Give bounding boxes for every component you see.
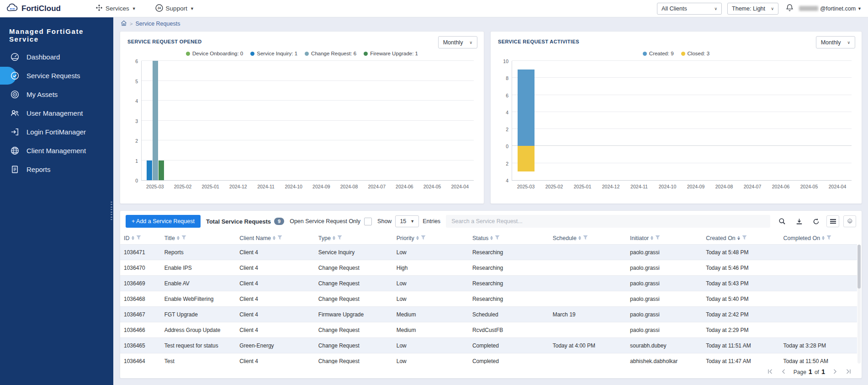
column-header-initiator[interactable]: Initiator: [626, 232, 702, 244]
last-page-icon[interactable]: [846, 369, 852, 374]
chart-title: SERVICE REQUEST ACTIVITIES: [498, 37, 854, 44]
sort-icon[interactable]: [273, 236, 275, 240]
filter-funnel-icon[interactable]: [337, 235, 342, 241]
table-row[interactable]: 1036471ReportsClient 4Service InquiryLow…: [120, 245, 857, 260]
column-header-schedule[interactable]: Schedule: [549, 232, 626, 244]
filter-funnel-icon[interactable]: [495, 235, 500, 241]
chevron-down-icon: ▼: [857, 6, 862, 11]
column-header-status[interactable]: Status: [469, 232, 549, 244]
legend-item[interactable]: Created: 9: [643, 51, 674, 56]
table-row[interactable]: 1036470Enable IPSClient 4Change RequestH…: [120, 260, 857, 276]
home-icon[interactable]: [121, 20, 127, 27]
column-header-created-on[interactable]: Created On: [702, 232, 779, 244]
notifications-bell-icon[interactable]: [786, 4, 794, 14]
table-row[interactable]: 1036466Address Group UpdateClient 4Chang…: [120, 322, 857, 338]
sidebar-item-user-management[interactable]: User Management: [0, 104, 113, 123]
theme-select[interactable]: Theme: Light∨: [727, 3, 778, 15]
legend-item[interactable]: Device Onboarding: 0: [186, 51, 243, 56]
table-toolbar: + Add a Service Request Total Service Re…: [120, 211, 862, 232]
service-request-opened-card: SERVICE REQUEST OPENED Monthly∨ Device O…: [120, 31, 484, 204]
page-size-control: Show 15▼ Entries: [377, 215, 440, 227]
service-request-opened-chart: 0123456 2025-032025-022025-012024-122024…: [127, 61, 476, 189]
download-icon[interactable]: [793, 215, 805, 227]
filter-funnel-icon[interactable]: [136, 235, 141, 241]
filter-funnel-icon[interactable]: [742, 235, 747, 241]
support-menu[interactable]: 24 Support ▼: [155, 4, 194, 13]
filter-funnel-icon[interactable]: [421, 235, 426, 241]
sort-icon[interactable]: [578, 236, 581, 240]
period-select[interactable]: Monthly∨: [816, 36, 855, 48]
sort-icon[interactable]: [737, 236, 740, 240]
page-size-select[interactable]: 15▼: [395, 215, 419, 227]
legend-item[interactable]: Service Inquiry: 1: [250, 51, 297, 56]
period-select[interactable]: Monthly∨: [438, 36, 477, 48]
column-header-client-name[interactable]: Client Name: [236, 232, 315, 244]
open-only-checkbox[interactable]: [364, 218, 372, 225]
sidebar: Managed FortiGate Service DashboardServi…: [0, 17, 113, 385]
legend-item[interactable]: Fireware Upgrade: 1: [364, 51, 418, 56]
page-indicator: Page1of1: [794, 368, 825, 375]
column-header-completed-on[interactable]: Completed On: [780, 232, 857, 244]
column-header-priority[interactable]: Priority: [393, 232, 469, 244]
previous-page-icon[interactable]: [781, 369, 785, 374]
globe-icon: [10, 146, 19, 155]
next-page-icon[interactable]: [833, 369, 837, 374]
forticloud-logo[interactable]: FortiCloud: [6, 3, 61, 14]
sidebar-item-service-requests[interactable]: Service Requests: [0, 66, 113, 85]
table-row[interactable]: 1036467FGT UpgradeClient 4Firmware Upgra…: [120, 307, 857, 322]
refresh-icon[interactable]: [810, 215, 822, 227]
search-icon[interactable]: [776, 215, 789, 227]
chevron-down-icon: ∨: [469, 40, 472, 45]
table-row[interactable]: 1036469Enable AVClient 4Change RequestLo…: [120, 276, 857, 291]
sidebar-item-client-management[interactable]: Client Management: [0, 141, 113, 160]
sort-icon[interactable]: [490, 236, 493, 240]
services-menu[interactable]: Services ▼: [95, 4, 136, 13]
table-row[interactable]: 1036468Enable WebFilteringClient 4Change…: [120, 291, 857, 307]
first-page-icon[interactable]: [767, 369, 773, 374]
table-row[interactable]: 1036465Test request for statusGreen-Ener…: [120, 338, 857, 353]
user-email-domain: @fortinet.com: [820, 5, 856, 12]
breadcrumb: > Service Requests: [113, 17, 868, 30]
sort-icon[interactable]: [132, 236, 134, 240]
sidebar-resize-handle[interactable]: [110, 200, 113, 221]
column-header-type[interactable]: Type: [315, 232, 393, 244]
filter-funnel-icon[interactable]: [277, 235, 282, 241]
table-scrollbar[interactable]: [857, 245, 861, 364]
sort-icon[interactable]: [333, 236, 335, 240]
search-input[interactable]: [446, 215, 770, 228]
filter-funnel-icon[interactable]: [583, 235, 588, 241]
legend-item[interactable]: Closed: 3: [681, 51, 710, 56]
sort-icon[interactable]: [651, 236, 653, 240]
user-account-menu[interactable]: @fortinet.com ▼: [799, 5, 862, 12]
column-header-id[interactable]: ID: [120, 232, 161, 244]
service-request-activities-card: SERVICE REQUEST ACTIVITIES Monthly∨ Crea…: [490, 31, 862, 204]
sidebar-item-my-assets[interactable]: My Assets: [0, 85, 113, 104]
settings-gear-icon[interactable]: [843, 215, 856, 227]
service-request-activities-chart: 108642024 2025-032025-022025-012024-1220…: [498, 61, 854, 189]
service-requests-table-card: + Add a Service Request Total Service Re…: [120, 210, 862, 379]
users-icon: [10, 109, 19, 118]
sort-icon[interactable]: [177, 236, 180, 240]
sort-icon[interactable]: [822, 236, 825, 240]
chevron-down-icon: ▼: [132, 6, 136, 11]
sidebar-title: Managed FortiGate Service: [0, 17, 113, 48]
sidebar-item-reports[interactable]: Reports: [0, 160, 113, 179]
filter-funnel-icon[interactable]: [181, 235, 186, 241]
breadcrumb-current[interactable]: Service Requests: [135, 21, 180, 27]
breadcrumb-separator: >: [130, 21, 132, 27]
legend-item[interactable]: Change Request: 6: [305, 51, 356, 56]
sidebar-item-dashboard[interactable]: Dashboard: [0, 48, 113, 66]
list-view-icon[interactable]: [826, 215, 839, 227]
client-filter-select[interactable]: All Clients∨: [657, 3, 722, 15]
check-circle-icon: [10, 71, 19, 80]
column-header-title[interactable]: Title: [161, 232, 236, 244]
support-label: Support: [166, 5, 187, 12]
add-service-request-button[interactable]: + Add a Service Request: [126, 215, 201, 228]
open-only-filter: Open Service Request Only: [290, 218, 372, 225]
sidebar-item-login-fortimanager[interactable]: Login FortiManager: [0, 123, 113, 141]
sort-icon[interactable]: [416, 236, 419, 240]
top-navbar: FortiCloud Services ▼ 24 Support ▼ All C…: [0, 0, 868, 17]
filter-funnel-icon[interactable]: [826, 235, 831, 241]
table-row[interactable]: 1036464TestClient 4Change RequestLowComp…: [120, 353, 857, 364]
filter-funnel-icon[interactable]: [655, 235, 660, 241]
